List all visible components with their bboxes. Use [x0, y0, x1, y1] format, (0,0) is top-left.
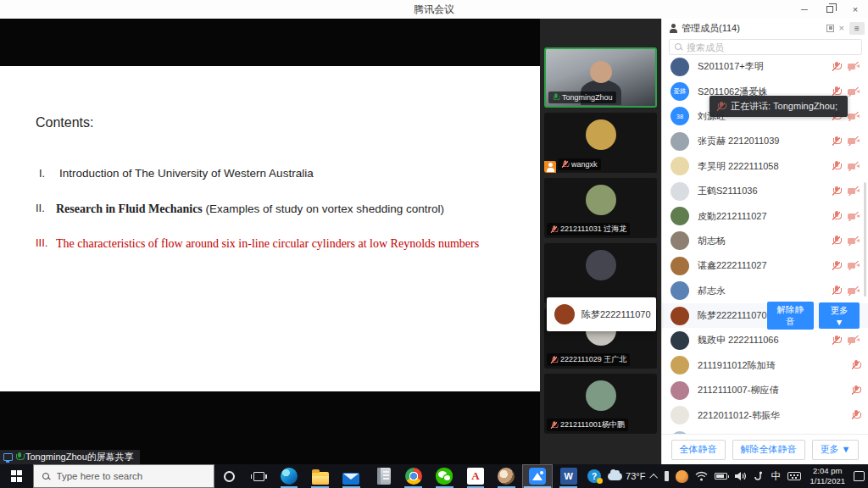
- taskbar-app-word[interactable]: W: [553, 464, 584, 488]
- mic-on-icon: [15, 452, 23, 463]
- taskbar-app-acrobat[interactable]: A: [460, 464, 492, 488]
- help-icon: ?: [587, 469, 601, 483]
- connect-tray-item[interactable]: [749, 464, 767, 488]
- taskbar-search-box[interactable]: [33, 464, 215, 488]
- taskbar-app-notebook[interactable]: [367, 464, 398, 488]
- taskbar-app-chrome[interactable]: [398, 464, 429, 488]
- video-tile-speaker[interactable]: TongmingZhou: [544, 47, 657, 108]
- member-row[interactable]: 谌鑫2222111027: [662, 253, 868, 278]
- mic-muted-icon: [832, 211, 840, 221]
- window-title: 腾讯会议: [0, 3, 868, 17]
- acrobat-icon: A: [467, 468, 484, 485]
- taskbar-search-input[interactable]: [57, 471, 206, 481]
- word-icon: W: [560, 468, 577, 485]
- member-row[interactable]: S2011017+李明: [662, 54, 868, 79]
- avatar: 38: [670, 107, 689, 125]
- member-row[interactable]: 2111911012陈加琦: [662, 353, 868, 378]
- camera-off-icon: [848, 186, 860, 196]
- avatar: [586, 380, 616, 411]
- search-icon: [675, 43, 682, 51]
- panel-menu-icon[interactable]: ≡: [849, 22, 865, 35]
- slide-item-3: III. The characteristics of flow around …: [36, 232, 504, 255]
- member-row-hovered[interactable]: 陈梦2222111070 解除静音 更多 ▼: [662, 303, 868, 328]
- member-search-box[interactable]: [669, 39, 862, 55]
- taskbar-app-edge[interactable]: [274, 464, 305, 488]
- mic-muted-icon: [852, 410, 860, 420]
- hidden-icons-button[interactable]: [648, 464, 661, 488]
- battery-tray-item[interactable]: [711, 464, 731, 488]
- video-tile[interactable]: [544, 243, 657, 303]
- member-row[interactable]: 2212011012-韩振华: [662, 402, 868, 427]
- wifi-icon: [695, 471, 708, 481]
- edge-icon: [281, 468, 298, 485]
- member-row[interactable]: 郝志永: [662, 279, 868, 303]
- weather-widget[interactable]: 73°F: [604, 464, 648, 488]
- taskbar-app-wechat[interactable]: [429, 464, 460, 488]
- taskbar-app-tencent-meeting[interactable]: [522, 464, 554, 488]
- restore-button[interactable]: [824, 3, 836, 15]
- mic-muted-icon: [562, 160, 568, 169]
- taskbar-app-mail[interactable]: [336, 464, 367, 488]
- taskbar-app-contacts[interactable]: [491, 464, 522, 488]
- member-row[interactable]: 2112111007-柳应倩: [662, 378, 868, 402]
- mic-muted-icon: [551, 225, 557, 234]
- member-row[interactable]: 张贡赫 2212011039: [662, 129, 868, 153]
- notification-center-button[interactable]: [850, 464, 868, 488]
- camera-off-icon: [848, 212, 860, 221]
- antivirus-tray-item[interactable]: [672, 464, 692, 488]
- unmute-all-button[interactable]: 解除全体静音: [732, 440, 805, 460]
- mic-muted-icon: [832, 286, 840, 296]
- presentation-slide: Contents: I. Introduction of The Univers…: [0, 66, 540, 391]
- search-icon: [42, 473, 50, 480]
- cortana-button[interactable]: [214, 464, 244, 488]
- member-row[interactable]: 魏政申 2222111066: [662, 328, 868, 352]
- panel-title: 管理成员(114): [682, 22, 740, 35]
- popout-icon[interactable]: [826, 25, 834, 32]
- unmute-member-button[interactable]: 解除静音: [767, 302, 815, 330]
- member-row[interactable]: 皮勤2212111027: [662, 203, 868, 228]
- system-tray: ? 73°F 中 2:04 pm 1/11/2021: [584, 464, 868, 488]
- mic-muted-icon: [832, 161, 840, 171]
- usb-tray-item[interactable]: [661, 464, 672, 488]
- task-view-button[interactable]: [244, 464, 274, 488]
- taskbar-clock[interactable]: 2:04 pm 1/11/2021: [804, 464, 850, 488]
- avatar: [670, 157, 689, 175]
- taskbar-app-file-explorer[interactable]: [304, 464, 336, 488]
- video-tile[interactable]: 2212111031 过海龙: [544, 178, 657, 238]
- windows-taskbar: A W ? 73°F 中 2:04: [0, 464, 868, 488]
- avatar: [586, 119, 616, 150]
- network-tray-item[interactable]: [692, 464, 711, 488]
- mic-muted-icon: [832, 336, 840, 346]
- screen-share-label: TongmingZhou的屏幕共享: [25, 451, 134, 463]
- camera-off-icon: [848, 286, 860, 296]
- member-row[interactable]: 王鹤S2111036: [662, 179, 868, 203]
- member-more-button[interactable]: 更多 ▼: [819, 302, 860, 329]
- member-row[interactable]: 李昊明 2222111058: [662, 154, 868, 179]
- panel-header: 管理成员(114) × ≡: [662, 19, 868, 37]
- touch-keyboard-button[interactable]: [784, 464, 804, 488]
- video-tile[interactable]: 2212111001杨中鹏: [544, 374, 657, 434]
- minimize-button[interactable]: ─: [798, 3, 810, 15]
- video-tile[interactable]: wangxk: [544, 113, 657, 173]
- member-row[interactable]: 胡志杨: [662, 229, 868, 253]
- member-row[interactable]: [662, 428, 868, 434]
- ime-indicator[interactable]: 中: [767, 464, 784, 488]
- scrollbar[interactable]: [864, 182, 866, 297]
- help-button[interactable]: ?: [584, 464, 604, 488]
- start-button[interactable]: [0, 464, 33, 488]
- close-button[interactable]: ×: [849, 3, 861, 15]
- avatar: [670, 132, 689, 151]
- member-search-input[interactable]: [687, 42, 856, 53]
- shared-screen-area: Contents: I. Introduction of The Univers…: [0, 19, 540, 464]
- volume-tray-item[interactable]: [731, 464, 749, 488]
- footer-more-button[interactable]: 更多 ▼: [812, 440, 860, 460]
- windows-logo-icon: [11, 470, 23, 482]
- avatar: [670, 231, 689, 250]
- mute-all-button[interactable]: 全体静音: [671, 440, 726, 460]
- camera-off-icon: [848, 336, 860, 345]
- camera-off-icon: [848, 112, 860, 121]
- panel-close-icon[interactable]: ×: [839, 24, 844, 33]
- avatar: [670, 182, 689, 201]
- camera-off-icon: [848, 136, 860, 146]
- mic-muted-icon: [852, 360, 860, 370]
